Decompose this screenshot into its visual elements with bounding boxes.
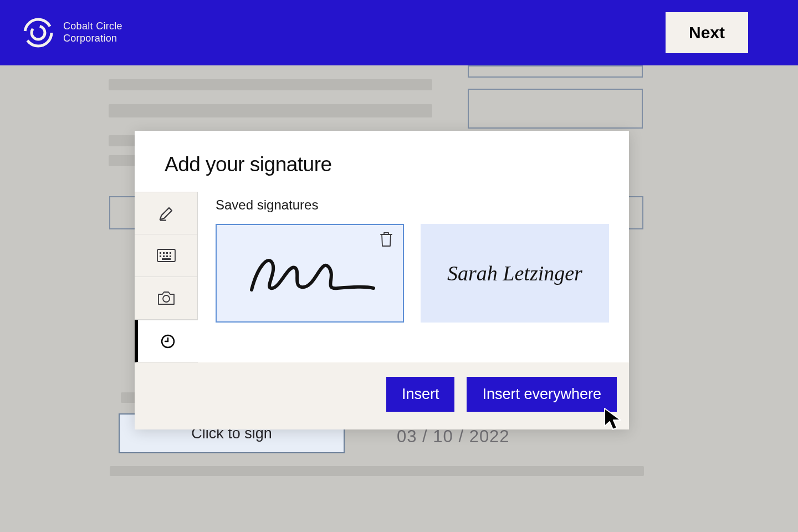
insert-everywhere-button[interactable]: Insert everywhere bbox=[467, 377, 617, 412]
form-field[interactable] bbox=[468, 89, 643, 129]
form-field[interactable] bbox=[468, 65, 643, 78]
signature-text: Sarah Letzinger bbox=[447, 261, 582, 285]
skeleton-line bbox=[110, 466, 644, 476]
signature-method-tabs bbox=[135, 192, 198, 362]
keyboard-icon bbox=[157, 249, 176, 262]
svg-rect-7 bbox=[170, 252, 171, 254]
clock-icon bbox=[160, 334, 176, 349]
svg-point-13 bbox=[163, 295, 170, 302]
delete-signature-button[interactable] bbox=[378, 231, 394, 250]
saved-signatures-panel: Saved signatures Sarah Letzinger bbox=[198, 192, 629, 362]
panel-subtitle: Saved signatures bbox=[216, 197, 609, 213]
brand-line1: Cobalt Circle bbox=[63, 21, 122, 33]
signature-option-2[interactable]: Sarah Letzinger bbox=[421, 224, 609, 323]
modal-title: Add your signature bbox=[135, 131, 629, 192]
signature-option-1[interactable] bbox=[216, 224, 404, 323]
skeleton-line bbox=[109, 79, 432, 90]
svg-rect-12 bbox=[162, 258, 171, 260]
svg-rect-9 bbox=[163, 255, 165, 257]
svg-rect-10 bbox=[166, 255, 168, 257]
svg-rect-11 bbox=[170, 255, 171, 257]
document-date: 03 / 10 / 2022 bbox=[397, 427, 510, 447]
tab-saved[interactable] bbox=[135, 320, 198, 362]
skeleton-line bbox=[109, 104, 432, 117]
svg-rect-4 bbox=[160, 252, 161, 254]
camera-icon bbox=[157, 290, 175, 306]
svg-point-0 bbox=[25, 19, 52, 46]
brand-block: Cobalt Circle Corporation bbox=[22, 17, 122, 49]
signature-scribble-icon bbox=[241, 243, 379, 304]
signature-modal: Add your signature bbox=[135, 131, 629, 429]
brand-line2: Corporation bbox=[63, 33, 122, 45]
brand-logo-icon bbox=[22, 17, 54, 49]
modal-body: Saved signatures Sarah Letzinger bbox=[135, 192, 629, 362]
svg-rect-6 bbox=[166, 252, 168, 254]
pencil-icon bbox=[158, 205, 175, 222]
tab-draw[interactable] bbox=[135, 192, 198, 234]
insert-button[interactable]: Insert bbox=[386, 377, 455, 412]
svg-point-1 bbox=[32, 26, 45, 39]
app-header: Cobalt Circle Corporation Next bbox=[0, 0, 798, 65]
svg-rect-5 bbox=[163, 252, 165, 254]
next-button[interactable]: Next bbox=[666, 12, 748, 53]
signature-list: Sarah Letzinger bbox=[216, 224, 609, 323]
svg-rect-8 bbox=[160, 255, 161, 257]
tab-type[interactable] bbox=[135, 234, 198, 277]
modal-footer: Insert Insert everywhere bbox=[135, 362, 629, 429]
trash-icon bbox=[378, 231, 394, 248]
tab-photo[interactable] bbox=[135, 277, 198, 320]
